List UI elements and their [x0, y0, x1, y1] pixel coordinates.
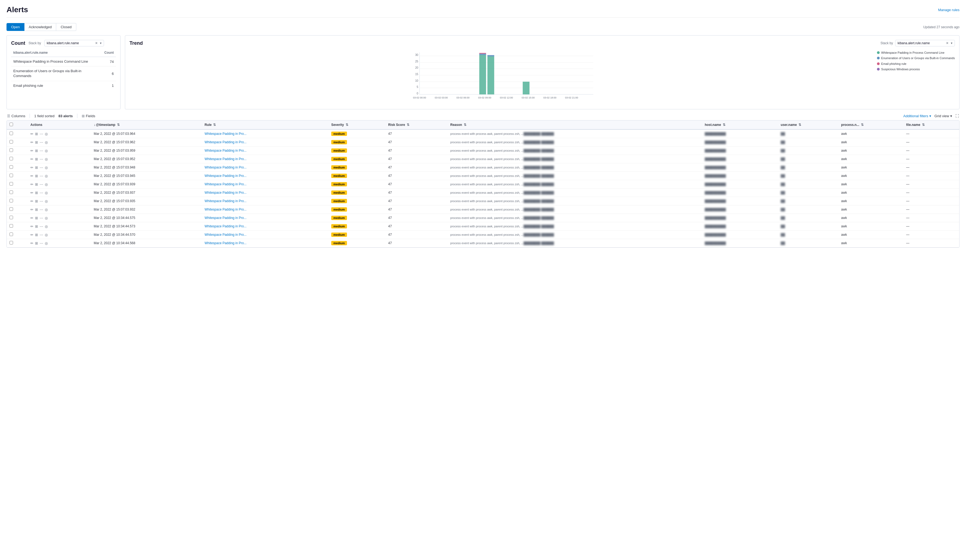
- row-checkbox[interactable]: [10, 224, 13, 228]
- edit-action-icon[interactable]: ✏: [30, 216, 33, 220]
- col-header-process[interactable]: process.n... ⇅: [838, 120, 904, 129]
- group-action-icon[interactable]: ⊞: [35, 140, 38, 144]
- manage-rules-link[interactable]: Manage rules: [938, 8, 959, 12]
- edit-action-icon[interactable]: ✏: [30, 174, 33, 178]
- count-stack-by-select[interactable]: kibana.alert.rule.name ✕ ▾: [44, 40, 104, 46]
- group-action-icon[interactable]: ⊞: [35, 199, 38, 203]
- alert-status-icon[interactable]: ◎: [45, 191, 48, 195]
- row-checkbox[interactable]: [10, 148, 13, 152]
- alert-status-icon[interactable]: ◎: [45, 149, 48, 153]
- alert-status-icon[interactable]: ◎: [45, 140, 48, 144]
- row-rule[interactable]: Whitespace Padding in Pro...: [202, 239, 329, 247]
- row-checkbox[interactable]: [10, 165, 13, 169]
- edit-action-icon[interactable]: ✏: [30, 165, 33, 170]
- alert-status-icon[interactable]: ◎: [45, 157, 48, 161]
- more-action-icon[interactable]: ⋯: [39, 149, 43, 153]
- row-rule[interactable]: Whitespace Padding in Pro...: [202, 146, 329, 155]
- col-header-hostname[interactable]: host.name ⇅: [702, 120, 778, 129]
- fullscreen-button[interactable]: ⛶: [955, 114, 959, 118]
- edit-action-icon[interactable]: ✏: [30, 132, 33, 136]
- alert-status-icon[interactable]: ◎: [45, 216, 48, 220]
- row-rule[interactable]: Whitespace Padding in Pro...: [202, 205, 329, 214]
- group-action-icon[interactable]: ⊞: [35, 174, 38, 178]
- row-rule[interactable]: Whitespace Padding in Pro...: [202, 155, 329, 163]
- alert-status-icon[interactable]: ◎: [45, 132, 48, 136]
- group-action-icon[interactable]: ⊞: [35, 241, 38, 245]
- row-rule[interactable]: Whitespace Padding in Pro...: [202, 197, 329, 205]
- row-checkbox[interactable]: [10, 190, 13, 194]
- row-checkbox[interactable]: [10, 207, 13, 211]
- count-table-row[interactable]: Email phishing rule 1: [11, 81, 116, 90]
- columns-button[interactable]: ☰ Columns: [7, 114, 25, 118]
- trend-clear-icon[interactable]: ✕: [946, 41, 949, 45]
- row-rule[interactable]: Whitespace Padding in Pro...: [202, 188, 329, 197]
- more-action-icon[interactable]: ⋯: [39, 165, 43, 170]
- row-rule[interactable]: Whitespace Padding in Pro...: [202, 129, 329, 138]
- row-rule[interactable]: Whitespace Padding in Pro...: [202, 172, 329, 180]
- more-action-icon[interactable]: ⋯: [39, 157, 43, 161]
- grid-view-button[interactable]: Grid view ▾: [935, 114, 952, 118]
- more-action-icon[interactable]: ⋯: [39, 224, 43, 228]
- group-action-icon[interactable]: ⊞: [35, 132, 38, 136]
- count-table-row[interactable]: Enumeration of Users or Groups via Built…: [11, 67, 116, 81]
- trend-stack-by-select[interactable]: kibana.alert.rule.name ✕ ▾: [895, 40, 955, 46]
- row-rule[interactable]: Whitespace Padding in Pro...: [202, 214, 329, 222]
- alert-status-icon[interactable]: ◎: [45, 182, 48, 187]
- row-rule[interactable]: Whitespace Padding in Pro...: [202, 180, 329, 188]
- row-checkbox[interactable]: [10, 233, 13, 236]
- more-action-icon[interactable]: ⋯: [39, 241, 43, 245]
- col-header-timestamp[interactable]: ↓ @timestamp ⇅: [91, 120, 202, 129]
- edit-action-icon[interactable]: ✏: [30, 241, 33, 245]
- select-all-header[interactable]: [7, 120, 28, 129]
- group-action-icon[interactable]: ⊞: [35, 216, 38, 220]
- fields-button[interactable]: ⊞ Fields: [82, 114, 95, 118]
- row-checkbox[interactable]: [10, 241, 13, 244]
- group-action-icon[interactable]: ⊞: [35, 149, 38, 153]
- edit-action-icon[interactable]: ✏: [30, 199, 33, 203]
- row-rule[interactable]: Whitespace Padding in Pro...: [202, 231, 329, 239]
- edit-action-icon[interactable]: ✏: [30, 182, 33, 187]
- row-checkbox[interactable]: [10, 157, 13, 160]
- alert-status-icon[interactable]: ◎: [45, 174, 48, 178]
- row-checkbox[interactable]: [10, 140, 13, 144]
- alert-status-icon[interactable]: ◎: [45, 233, 48, 237]
- tab-acknowledged[interactable]: Acknowledged: [25, 23, 56, 31]
- col-header-severity[interactable]: Severity ⇅: [329, 120, 386, 129]
- row-checkbox[interactable]: [10, 199, 13, 202]
- col-header-filename[interactable]: file.name ⇅: [904, 120, 959, 129]
- row-rule[interactable]: Whitespace Padding in Pro...: [202, 163, 329, 172]
- row-checkbox[interactable]: [10, 216, 13, 219]
- edit-action-icon[interactable]: ✏: [30, 140, 33, 144]
- count-table-row[interactable]: Whitespace Padding in Process Command Li…: [11, 57, 116, 67]
- edit-action-icon[interactable]: ✏: [30, 224, 33, 228]
- col-header-riskscore[interactable]: Risk Score ⇅: [386, 120, 448, 129]
- alert-status-icon[interactable]: ◎: [45, 208, 48, 211]
- col-header-rule[interactable]: Rule ⇅: [202, 120, 329, 129]
- group-action-icon[interactable]: ⊞: [35, 157, 38, 161]
- more-action-icon[interactable]: ⋯: [39, 208, 43, 211]
- more-action-icon[interactable]: ⋯: [39, 191, 43, 195]
- count-clear-icon[interactable]: ✕: [95, 41, 98, 45]
- more-action-icon[interactable]: ⋯: [39, 132, 43, 136]
- count-chevron-icon[interactable]: ▾: [100, 41, 102, 45]
- edit-action-icon[interactable]: ✏: [30, 149, 33, 153]
- alert-status-icon[interactable]: ◎: [45, 165, 48, 170]
- more-action-icon[interactable]: ⋯: [39, 199, 43, 203]
- edit-action-icon[interactable]: ✏: [30, 157, 33, 161]
- more-action-icon[interactable]: ⋯: [39, 140, 43, 144]
- alert-status-icon[interactable]: ◎: [45, 241, 48, 245]
- edit-action-icon[interactable]: ✏: [30, 208, 33, 211]
- more-action-icon[interactable]: ⋯: [39, 216, 43, 220]
- trend-chevron-icon[interactable]: ▾: [951, 41, 953, 45]
- alert-status-icon[interactable]: ◎: [45, 199, 48, 203]
- more-action-icon[interactable]: ⋯: [39, 174, 43, 178]
- row-checkbox[interactable]: [10, 174, 13, 177]
- col-header-reason[interactable]: Reason ⇅: [448, 120, 702, 129]
- alert-status-icon[interactable]: ◎: [45, 224, 48, 228]
- additional-filters-button[interactable]: Additional filters ▾: [903, 114, 931, 118]
- edit-action-icon[interactable]: ✏: [30, 233, 33, 237]
- more-action-icon[interactable]: ⋯: [39, 182, 43, 187]
- count-table-scroll[interactable]: kibana.alert.rule.name Count Whitespace …: [11, 50, 116, 90]
- row-checkbox[interactable]: [10, 182, 13, 185]
- row-rule[interactable]: Whitespace Padding in Pro...: [202, 222, 329, 231]
